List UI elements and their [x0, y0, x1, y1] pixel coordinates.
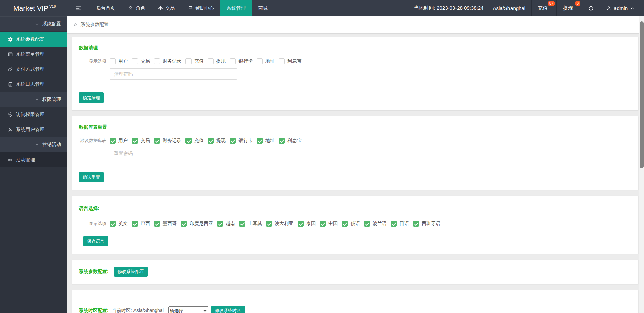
checkbox[interactable]: [208, 58, 214, 64]
checkbox-option[interactable]: 波兰语: [364, 221, 387, 227]
checkbox-option[interactable]: 提现: [208, 138, 226, 144]
checkbox[interactable]: [185, 138, 192, 144]
topbar-nav-item[interactable]: 角色: [121, 0, 151, 16]
checkbox[interactable]: [208, 138, 214, 144]
checkbox-option[interactable]: 充值: [185, 58, 204, 64]
checkbox[interactable]: [154, 221, 160, 227]
checkbox-option[interactable]: 交易: [132, 138, 150, 144]
recharge-label: 充值: [538, 5, 548, 11]
sidebar-item[interactable]: 权限管理: [0, 92, 67, 107]
checkbox[interactable]: [298, 221, 304, 227]
checkbox[interactable]: [413, 221, 419, 227]
card-db-reset: 数据库表重置 涉及数据库表 用户 交易: [72, 116, 638, 190]
sidebar-item[interactable]: 系统用户管理: [0, 122, 67, 137]
checkbox-option[interactable]: 泰国: [298, 221, 316, 227]
checkbox[interactable]: [181, 221, 187, 227]
topbar-nav-item[interactable]: 帮助中心: [181, 0, 220, 16]
checkbox-option[interactable]: 西班牙语: [413, 221, 440, 227]
scrollbar-thumb[interactable]: [640, 21, 644, 168]
hamburger-icon[interactable]: [75, 5, 82, 12]
sidebar-item-label: 系统配置: [42, 21, 61, 27]
confirm-clean-button[interactable]: 确定清理: [79, 92, 104, 103]
topbar-nav-item[interactable]: 商城: [252, 0, 274, 16]
checkbox[interactable]: [364, 221, 370, 227]
reset-password-input[interactable]: [110, 148, 237, 159]
checkbox-option[interactable]: 俄语: [342, 221, 360, 227]
sidebar-item[interactable]: 支付方式管理: [0, 62, 67, 77]
refresh-button[interactable]: [582, 0, 600, 16]
checkbox-option[interactable]: 澳大利亚: [266, 221, 293, 227]
sidebar-item[interactable]: 系统菜单管理: [0, 47, 67, 62]
checkbox[interactable]: [154, 138, 160, 144]
checkbox-option[interactable]: 财务记录: [154, 58, 181, 64]
checkbox[interactable]: [110, 58, 116, 64]
scrollbar[interactable]: [639, 16, 644, 313]
checkbox[interactable]: [110, 221, 116, 227]
checkbox-option[interactable]: 利息宝: [279, 58, 302, 64]
checkbox-label: 充值: [194, 138, 204, 144]
sidebar-item-label: 活动管理: [16, 157, 35, 163]
modify-timezone-button[interactable]: 修改系统时区: [211, 306, 245, 313]
checkbox[interactable]: [279, 138, 285, 144]
checkbox-label: 利息宝: [287, 138, 302, 144]
sidebar-item[interactable]: 访问权限管理: [0, 107, 67, 122]
checkbox-option[interactable]: 地址: [257, 138, 275, 144]
checkbox[interactable]: [266, 221, 272, 227]
save-language-button[interactable]: 保存语言: [83, 236, 108, 246]
checkbox[interactable]: [185, 58, 192, 64]
checkbox[interactable]: [342, 221, 348, 227]
timezone-select[interactable]: 请选择: [168, 306, 208, 313]
checkbox[interactable]: [110, 138, 116, 144]
checkbox-option[interactable]: 用户: [110, 138, 128, 144]
checkbox-option[interactable]: 银行卡: [230, 138, 253, 144]
user-menu[interactable]: admin: [600, 0, 644, 16]
checkbox[interactable]: [132, 138, 138, 144]
topbar-nav-item[interactable]: 交易: [151, 0, 181, 16]
sidebar-item[interactable]: 活动管理: [0, 152, 67, 167]
confirm-reset-button[interactable]: 确认重置: [79, 172, 104, 182]
checkbox[interactable]: [132, 58, 138, 64]
sidebar-item[interactable]: 系统日志管理: [0, 77, 67, 92]
brand-version: V16: [49, 4, 56, 8]
checkbox[interactable]: [154, 58, 160, 64]
checkbox-option[interactable]: 银行卡: [230, 58, 253, 64]
modify-system-config-button[interactable]: 修改系统配置: [114, 267, 148, 277]
checkbox[interactable]: [230, 138, 236, 144]
topbar-nav-item[interactable]: 后台首页: [90, 0, 121, 16]
checkbox[interactable]: [257, 58, 263, 64]
checkbox-option[interactable]: 印度尼西亚: [181, 221, 213, 227]
checkbox-option[interactable]: 充值: [185, 138, 204, 144]
sidebar-item[interactable]: 营销活动: [0, 137, 67, 152]
checkbox-option[interactable]: 巴西: [132, 221, 150, 227]
checkbox-option[interactable]: 中国: [320, 221, 338, 227]
checkbox-label: 西班牙语: [422, 221, 440, 227]
checkbox-option[interactable]: 地址: [257, 58, 275, 64]
checkbox[interactable]: [230, 58, 236, 64]
recharge-button[interactable]: 充值 87: [531, 0, 556, 16]
topbar-nav-item[interactable]: 系统管理: [220, 0, 252, 16]
checkbox-option[interactable]: 用户: [110, 58, 128, 64]
checkbox[interactable]: [279, 58, 285, 64]
checkbox[interactable]: [257, 138, 263, 144]
checkbox[interactable]: [320, 221, 326, 227]
checkbox-option[interactable]: 日语: [391, 221, 409, 227]
checkbox-option[interactable]: 越南: [217, 221, 235, 227]
checkbox-option[interactable]: 财务记录: [154, 138, 181, 144]
clean-password-input[interactable]: [110, 68, 237, 80]
checkbox-option[interactable]: 利息宝: [279, 138, 302, 144]
card-title: 语言选择:: [79, 206, 632, 212]
checkbox-option[interactable]: 土耳其: [239, 221, 262, 227]
checkbox-label: 澳大利亚: [275, 221, 293, 227]
checkbox[interactable]: [217, 221, 223, 227]
checkbox[interactable]: [132, 221, 138, 227]
checkbox[interactable]: [239, 221, 245, 227]
checkbox-option[interactable]: 交易: [132, 58, 150, 64]
sidebar-item[interactable]: 系统参数配置: [0, 32, 67, 47]
checkbox-option[interactable]: 英文: [110, 221, 128, 227]
chevron-down-icon: [35, 142, 39, 147]
sidebar-item[interactable]: 系统配置: [0, 16, 67, 32]
checkbox-option[interactable]: 墨西哥: [154, 221, 177, 227]
withdraw-button[interactable]: 提现 0: [556, 0, 582, 16]
checkbox[interactable]: [391, 221, 397, 227]
checkbox-option[interactable]: 提现: [208, 58, 226, 64]
